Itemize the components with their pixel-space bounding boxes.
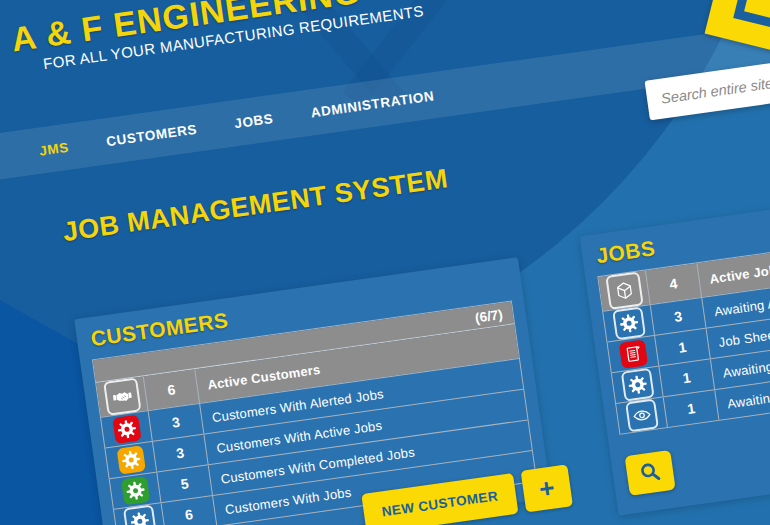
nav-item[interactable]: CUSTOMERS bbox=[105, 121, 198, 149]
customers-panel: CUSTOMERS (6/7) 6 Active Customers bbox=[74, 257, 551, 525]
jobs-search-button[interactable] bbox=[625, 450, 676, 496]
eye-icon bbox=[625, 399, 659, 433]
nav-item[interactable]: JOBS bbox=[233, 110, 274, 130]
gear-icon bbox=[112, 415, 141, 444]
row-count: 1 bbox=[664, 390, 720, 427]
add-customer-button[interactable]: + bbox=[521, 464, 573, 512]
gear-icon bbox=[612, 306, 646, 340]
handshake-icon bbox=[103, 377, 141, 415]
magnifier-icon bbox=[636, 458, 664, 488]
gear-icon bbox=[122, 504, 156, 525]
gear-icon bbox=[116, 445, 145, 474]
logo-inner-square-icon bbox=[733, 0, 770, 32]
page: A & F ENGINEERING FOR ALL YOUR MANUFACTU… bbox=[0, 0, 770, 525]
cube-icon bbox=[605, 272, 643, 310]
jobs-panel: JOBS 4 Active Jobs bbox=[580, 174, 770, 516]
document-icon bbox=[618, 339, 647, 368]
customers-counter: (6/7) bbox=[474, 306, 504, 325]
gear-icon bbox=[620, 368, 654, 402]
gear-icon bbox=[120, 476, 149, 505]
nav-item[interactable]: ADMINISTRATION bbox=[310, 88, 435, 120]
nav-item[interactable]: JMS bbox=[38, 139, 69, 158]
rotated-page: A & F ENGINEERING FOR ALL YOUR MANUFACTU… bbox=[0, 0, 770, 525]
